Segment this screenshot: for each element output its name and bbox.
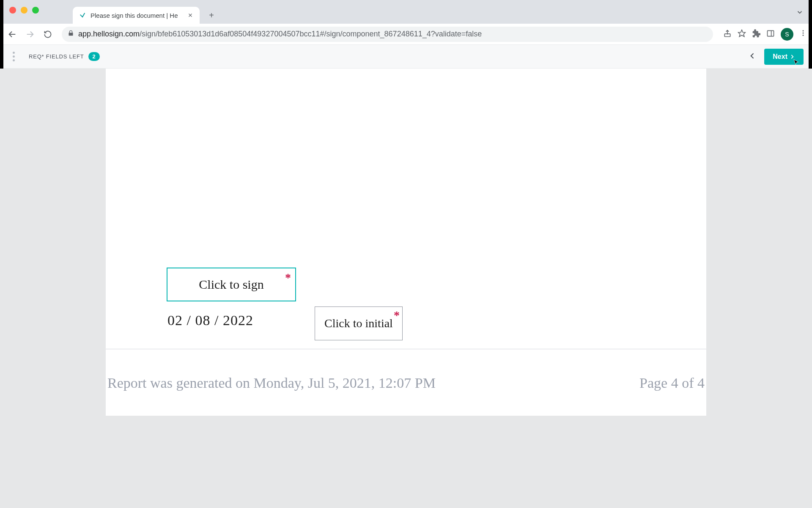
url-path: /sign/bfeb61053013d1d6af08504f4932700450… xyxy=(140,30,482,38)
document-viewport[interactable]: Click to sign * 02 / 08 / 2022 Click to … xyxy=(0,69,812,508)
next-button[interactable]: Next xyxy=(764,49,804,65)
back-button[interactable] xyxy=(5,27,19,41)
svg-rect-6 xyxy=(768,30,774,36)
url-domain: app.hellosign.com xyxy=(78,30,140,38)
required-fields-count-badge: 2 xyxy=(88,52,100,61)
tab-title: Please sign this document | He xyxy=(91,12,183,19)
app-menu-button[interactable] xyxy=(8,52,19,61)
toolbar-actions: S xyxy=(723,28,807,41)
reload-button[interactable] xyxy=(41,27,55,41)
document-page: Click to sign * 02 / 08 / 2022 Click to … xyxy=(106,69,706,416)
app-header: REQ* FIELDS LEFT 2 Next xyxy=(0,45,812,69)
bookmark-star-icon[interactable] xyxy=(738,29,746,39)
date-field-value: 02 / 08 / 2022 xyxy=(167,312,253,329)
url-text: app.hellosign.com/sign/bfeb61053013d1d6a… xyxy=(78,30,482,39)
required-asterisk-icon: * xyxy=(394,309,400,322)
window-minimize-button[interactable] xyxy=(21,7,27,14)
dot-icon xyxy=(13,55,15,58)
avatar-initial: S xyxy=(785,31,789,38)
required-asterisk-icon: * xyxy=(285,271,291,284)
address-bar[interactable]: app.hellosign.com/sign/bfeb61053013d1d6a… xyxy=(62,27,713,42)
required-fields-label: REQ* FIELDS LEFT xyxy=(29,53,84,60)
new-tab-button[interactable]: + xyxy=(205,8,218,22)
browser-tab[interactable]: Please sign this document | He xyxy=(73,7,200,24)
tab-close-button[interactable] xyxy=(187,12,194,19)
dot-icon xyxy=(13,59,15,61)
lock-icon xyxy=(68,30,74,38)
signature-field[interactable]: Click to sign * xyxy=(167,268,296,301)
svg-point-9 xyxy=(803,33,804,34)
sidepanel-icon[interactable] xyxy=(766,29,775,39)
previous-field-button[interactable] xyxy=(748,52,757,62)
report-generated-text: Report was generated on Monday, Jul 5, 2… xyxy=(107,375,436,391)
browser-tabstrip: Please sign this document | He + xyxy=(0,0,812,24)
svg-marker-5 xyxy=(738,30,746,36)
window-close-button[interactable] xyxy=(9,7,16,14)
initials-field-label: Click to initial xyxy=(324,317,393,330)
svg-point-10 xyxy=(803,35,804,36)
signature-field-label: Click to sign xyxy=(199,277,263,292)
profile-avatar[interactable]: S xyxy=(781,28,793,41)
svg-point-8 xyxy=(803,30,804,31)
window-maximize-button[interactable] xyxy=(32,7,39,14)
tabs-dropdown-button[interactable] xyxy=(796,8,804,18)
next-button-label: Next xyxy=(773,53,787,61)
share-icon[interactable] xyxy=(723,29,732,39)
mouse-cursor-icon xyxy=(793,59,800,68)
footer-divider xyxy=(106,349,706,349)
extensions-icon[interactable] xyxy=(752,29,760,39)
initials-field[interactable]: Click to initial * xyxy=(315,306,403,340)
browser-toolbar: app.hellosign.com/sign/bfeb61053013d1d6a… xyxy=(0,24,812,45)
dot-icon xyxy=(13,52,15,54)
forward-button[interactable] xyxy=(23,27,37,41)
hellosign-favicon-icon xyxy=(79,11,86,19)
window-controls xyxy=(9,7,39,14)
page-number-text: Page 4 of 4 xyxy=(639,375,705,391)
browser-menu-button[interactable] xyxy=(799,29,807,39)
